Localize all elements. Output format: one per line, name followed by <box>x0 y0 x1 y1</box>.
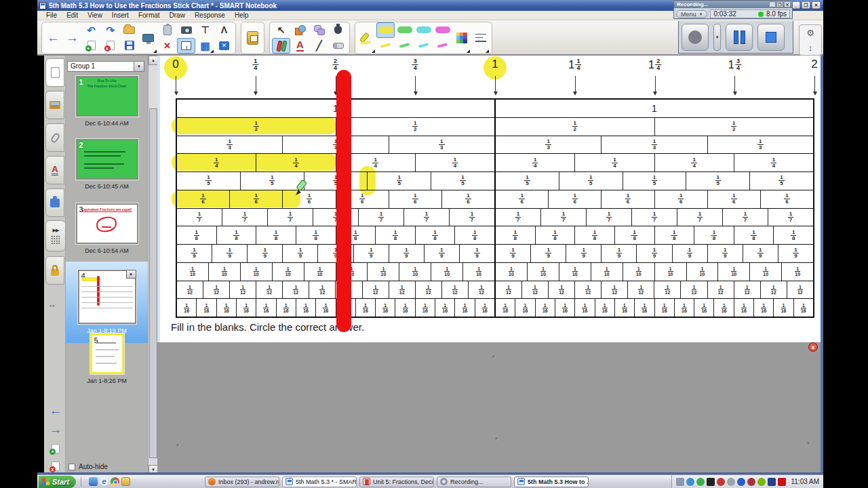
fraction-cell[interactable]: 116 <box>595 299 615 317</box>
fraction-cell[interactable]: 12 <box>496 118 655 136</box>
number-line-label[interactable]: 2 <box>811 58 817 70</box>
tab-lock[interactable] <box>45 256 64 285</box>
fraction-cell[interactable]: 116 <box>197 299 216 317</box>
fraction-cell[interactable]: 110 <box>591 263 623 281</box>
fraction-cell[interactable]: 18 <box>774 226 813 244</box>
table-button[interactable]: ▦ <box>196 38 214 54</box>
fraction-cell[interactable]: 116 <box>395 299 415 317</box>
fraction-cell[interactable]: 116 <box>635 299 654 317</box>
fraction-cell[interactable]: 116 <box>376 299 395 317</box>
fraction-cell[interactable]: 15 <box>686 172 750 190</box>
fraction-cell[interactable]: 15 <box>431 172 496 190</box>
fraction-cell[interactable]: 18 <box>694 226 734 244</box>
fraction-cell[interactable]: 18 <box>575 226 615 244</box>
network-globe-icon[interactable] <box>696 478 705 486</box>
phone-icon[interactable] <box>717 478 725 486</box>
fraction-cell[interactable]: 14 <box>496 154 575 171</box>
delete-button[interactable]: ✕ <box>158 38 176 54</box>
netsupport-icon[interactable] <box>778 478 786 486</box>
fraction-cell[interactable]: 19 <box>425 245 460 262</box>
line-style-button[interactable] <box>471 22 490 54</box>
number-line-label[interactable]: 124 <box>648 58 661 71</box>
recording-restore-button[interactable]: ❐ <box>776 1 783 7</box>
resize-horizontal-icon[interactable]: ↔ <box>48 300 56 309</box>
record-button[interactable] <box>682 24 709 51</box>
magic-pen-tool-button[interactable] <box>329 22 347 38</box>
page-thumbnail-1[interactable]: 1How To UseThe Fraction Stick ChartDec 6… <box>66 76 148 127</box>
fraction-cell[interactable]: 116 <box>416 299 435 317</box>
page-thumbnail-2[interactable]: 2Dec 6-10:45 AM <box>66 139 148 190</box>
fraction-cell[interactable]: 112 <box>363 281 389 299</box>
fraction-cell[interactable]: 112 <box>309 281 336 299</box>
menu-help[interactable]: Help <box>230 12 254 19</box>
forward-button[interactable]: → <box>63 22 81 54</box>
tab-gallery[interactable] <box>45 91 64 119</box>
back-button[interactable]: ← <box>44 22 62 54</box>
fraction-cell[interactable]: 15 <box>368 172 431 190</box>
tab-attachments[interactable] <box>45 123 64 152</box>
text-tool-button[interactable]: A <box>291 38 309 54</box>
menu-response[interactable]: Response <box>190 12 230 19</box>
fraction-cell[interactable]: 19 <box>283 245 318 262</box>
fraction-cell[interactable]: 110 <box>750 263 782 281</box>
fraction-cell[interactable]: 116 <box>754 299 774 317</box>
fraction-cell[interactable]: 17 <box>359 209 404 226</box>
fraction-cell[interactable]: 16 <box>442 190 496 208</box>
fraction-cell[interactable]: 19 <box>708 245 743 262</box>
number-line-label[interactable]: 1 <box>492 58 498 70</box>
fraction-cell[interactable]: 19 <box>566 245 601 262</box>
fraction-cell[interactable]: 18 <box>177 226 217 244</box>
fraction-cell[interactable]: 116 <box>536 299 555 317</box>
fraction-cell[interactable]: 116 <box>515 299 535 317</box>
fraction-cell[interactable]: 116 <box>675 299 694 317</box>
fraction-cell[interactable]: 12 <box>655 118 814 136</box>
fraction-cell[interactable]: 13 <box>496 136 601 154</box>
fraction-cell[interactable]: 16 <box>496 190 549 208</box>
fraction-cell[interactable]: 19 <box>460 245 496 262</box>
highlighter-cyan-button[interactable] <box>414 22 433 38</box>
fraction-cell[interactable]: 15 <box>559 172 623 190</box>
fraction-cell[interactable]: 116 <box>774 299 793 317</box>
fraction-cell[interactable]: 17 <box>541 209 587 226</box>
fraction-cell[interactable]: 112 <box>681 281 707 299</box>
screen-capture-toolbar-button[interactable] <box>139 22 157 54</box>
fraction-cell[interactable]: 116 <box>475 299 496 317</box>
fraction-cell[interactable]: 110 <box>528 263 559 281</box>
fraction-cell[interactable]: 112 <box>256 281 283 299</box>
close-button[interactable]: ✕ <box>812 1 821 9</box>
number-line-label[interactable]: 34 <box>412 58 418 71</box>
fraction-cell[interactable]: 116 <box>316 299 336 317</box>
fraction-cell[interactable]: 112 <box>389 281 416 299</box>
number-line-label[interactable]: 0 <box>172 58 178 70</box>
fraction-cell[interactable]: 16 <box>601 190 654 208</box>
fraction-cell[interactable]: 110 <box>304 263 336 281</box>
capture-button[interactable] <box>177 22 195 38</box>
eraser-tool-button[interactable] <box>329 38 347 54</box>
red-marker-bar[interactable] <box>336 70 351 332</box>
fraction-cell[interactable]: 112 <box>628 281 654 299</box>
fraction-cell[interactable]: 116 <box>256 299 276 317</box>
fraction-cell[interactable]: 116 <box>734 299 754 317</box>
tab-properties[interactable]: A <box>45 156 64 184</box>
fraction-cell[interactable]: 18 <box>217 226 257 244</box>
fraction-cell[interactable]: 112 <box>469 281 496 299</box>
fraction-cell[interactable]: 16 <box>177 190 230 208</box>
page-thumbnail-5[interactable]: 5Jan 1-8:26 PM <box>66 333 148 384</box>
highlighter-yellow-button[interactable] <box>376 22 395 38</box>
fraction-cell[interactable]: 112 <box>708 281 734 299</box>
highlighter-tool-button[interactable] <box>357 22 376 54</box>
menu-draw[interactable]: Draw <box>165 12 190 19</box>
fraction-cell[interactable]: 17 <box>222 209 268 226</box>
menu-file[interactable]: File <box>41 12 62 19</box>
line-tool-button[interactable]: ╱ <box>310 38 328 54</box>
chrome-icon[interactable] <box>111 477 119 486</box>
clear-page-button[interactable]: ✕ <box>215 38 233 54</box>
fraction-cell[interactable]: 16 <box>230 190 283 208</box>
add-page-button[interactable]: + <box>47 441 64 457</box>
fraction-cell[interactable]: 116 <box>435 299 455 317</box>
pause-button[interactable] <box>726 24 753 51</box>
new-page-button[interactable]: + <box>82 38 100 54</box>
taskbar-button[interactable]: Inbox (293) - andrew.ro... <box>205 476 279 487</box>
fraction-cell[interactable]: 116 <box>615 299 635 317</box>
fraction-cell[interactable]: 17 <box>450 209 496 226</box>
